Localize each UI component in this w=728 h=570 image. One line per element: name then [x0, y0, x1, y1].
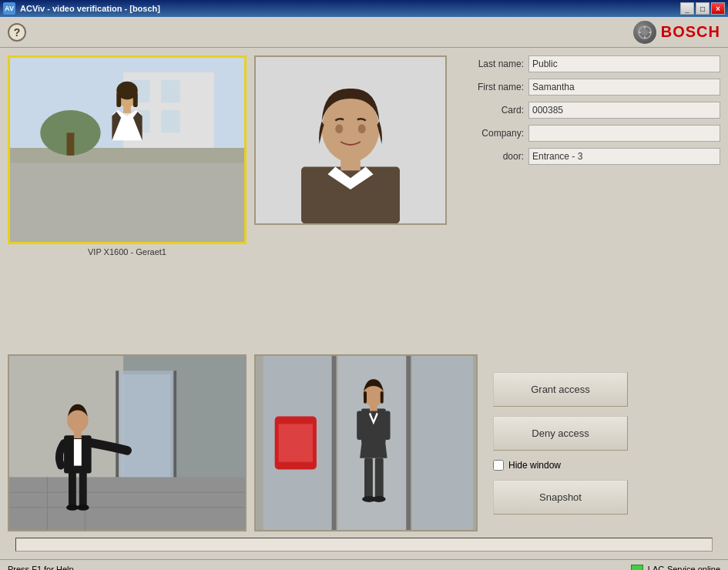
- svg-rect-51: [406, 356, 411, 530]
- first-name-label: First name:: [462, 82, 524, 92]
- svg-rect-11: [161, 110, 180, 132]
- primary-camera-panel: [8, 55, 247, 244]
- card-input[interactable]: [528, 102, 720, 119]
- bottom-left-camera: [8, 354, 247, 531]
- status-right: LAC-Service online: [631, 565, 720, 571]
- window-controls: _ □ ×: [680, 2, 725, 15]
- svg-rect-13: [10, 163, 244, 242]
- maximize-button[interactable]: □: [696, 2, 710, 15]
- first-name-input[interactable]: [528, 79, 720, 96]
- svg-rect-22: [301, 166, 400, 223]
- bottom-section: Grant access Deny access Hide window Sna…: [8, 354, 720, 531]
- svg-rect-39: [79, 470, 87, 508]
- app-icon: AV: [3, 2, 15, 15]
- service-status-text: LAC-Service online: [648, 565, 720, 571]
- svg-rect-50: [332, 356, 337, 530]
- svg-rect-33: [9, 477, 245, 530]
- svg-rect-18: [116, 92, 121, 107]
- svg-point-26: [358, 124, 366, 133]
- svg-rect-20: [123, 106, 131, 113]
- snapshot-button[interactable]: Snapshot: [493, 480, 628, 515]
- svg-point-25: [335, 124, 343, 133]
- status-bar: Press F1 for Help. LAC-Service online: [0, 559, 728, 570]
- svg-point-40: [66, 505, 79, 511]
- bosch-icon: [633, 21, 656, 44]
- door-row: door:: [462, 148, 720, 165]
- first-name-row: First name:: [462, 79, 720, 96]
- last-name-input[interactable]: [528, 55, 720, 72]
- svg-rect-19: [133, 92, 138, 107]
- menu-bar: ? BOSCH: [0, 17, 728, 48]
- help-hint-text: Press F1 for Help.: [8, 565, 76, 571]
- svg-rect-43: [74, 439, 82, 466]
- bosch-brand-text: BOSCH: [661, 23, 720, 41]
- primary-camera-label: VIP X1600 - Geraet1: [8, 247, 247, 256]
- svg-rect-38: [69, 470, 76, 508]
- top-section: VIP X1600 - Geraet1: [8, 55, 720, 348]
- svg-rect-9: [161, 80, 180, 102]
- progress-bar: [15, 538, 713, 552]
- help-button[interactable]: ?: [8, 23, 26, 42]
- svg-point-41: [77, 505, 89, 511]
- bosch-logo: BOSCH: [633, 21, 720, 44]
- id-photo: [256, 57, 445, 223]
- svg-rect-59: [361, 409, 386, 443]
- svg-point-58: [372, 496, 386, 502]
- id-photo-panel: [254, 55, 447, 225]
- svg-rect-61: [384, 411, 391, 440]
- svg-rect-56: [375, 458, 384, 500]
- bottom-right-camera: [254, 354, 478, 531]
- door-input[interactable]: [528, 148, 720, 165]
- minimize-button[interactable]: _: [680, 2, 694, 15]
- action-panel: Grant access Deny access Hide window Sna…: [485, 354, 720, 531]
- main-content: VIP X1600 - Geraet1: [0, 48, 728, 559]
- hide-window-checkbox[interactable]: [493, 460, 504, 471]
- service-indicator: [631, 565, 643, 571]
- svg-rect-55: [364, 458, 373, 500]
- card-row: Card:: [462, 102, 720, 119]
- svg-point-1: [642, 29, 648, 35]
- card-label: Card:: [462, 105, 524, 116]
- primary-camera-wrap: VIP X1600 - Geraet1: [8, 55, 247, 348]
- company-label: Company:: [462, 128, 524, 139]
- deny-access-button[interactable]: Deny access: [493, 416, 628, 451]
- hide-window-label: Hide window: [508, 460, 561, 471]
- title-bar: AV ACViv - video verification - [bosch] …: [0, 0, 728, 17]
- svg-rect-65: [381, 391, 384, 404]
- bottom-right-feed: [256, 356, 476, 530]
- title-text: ACViv - video verification - [bosch]: [20, 4, 160, 13]
- door-label: door:: [462, 151, 524, 162]
- svg-rect-53: [279, 424, 313, 461]
- info-panel: Last name: First name: Card: Company: do…: [455, 55, 720, 348]
- svg-rect-49: [412, 356, 473, 530]
- hide-window-row: Hide window: [493, 460, 720, 471]
- svg-rect-64: [364, 391, 367, 404]
- last-name-row: Last name:: [462, 55, 720, 72]
- bottom-left-feed: [9, 356, 245, 530]
- svg-rect-15: [67, 132, 75, 155]
- close-button[interactable]: ×: [711, 2, 725, 15]
- company-row: Company:: [462, 125, 720, 142]
- last-name-label: Last name:: [462, 59, 524, 69]
- svg-rect-60: [357, 411, 363, 440]
- primary-camera-feed: [10, 58, 244, 242]
- grant-access-button[interactable]: Grant access: [493, 372, 628, 407]
- company-input[interactable]: [528, 125, 720, 142]
